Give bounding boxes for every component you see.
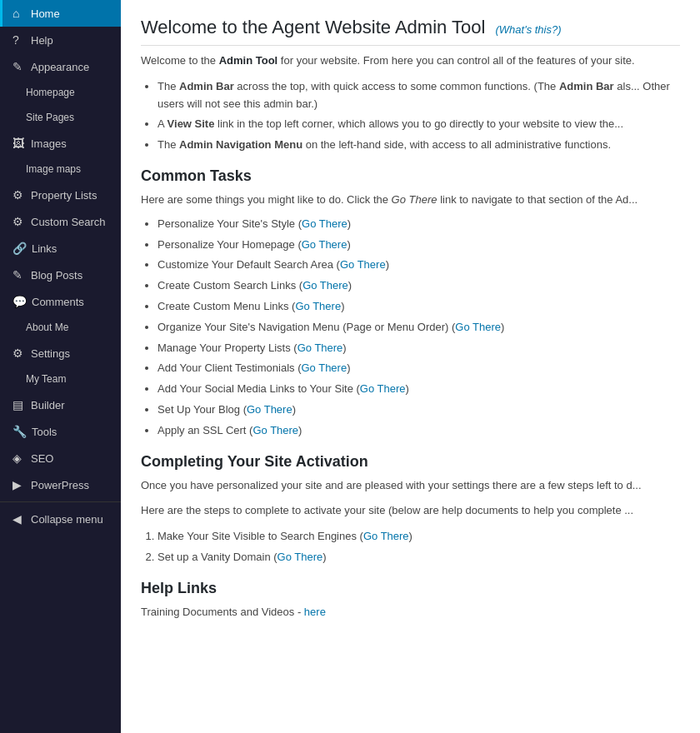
sidebar-item-links[interactable]: 🔗 Links	[0, 235, 121, 262]
sidebar-item-label: SEO	[31, 452, 53, 465]
sidebar-item-label: PowerPress	[31, 479, 89, 491]
page-title-text: Welcome to the Agent Website Admin Tool	[141, 17, 485, 37]
help-links-label: Training Documents and Videos -	[141, 606, 301, 618]
sidebar-item-home[interactable]: ⌂ Home	[0, 0, 121, 27]
sidebar-item-label: Settings	[31, 347, 70, 360]
sidebar-item-label: My Team	[26, 373, 66, 385]
task-item: Set Up Your Blog (Go There)	[158, 401, 680, 419]
task-item: Personalize Your Homepage (Go There)	[158, 237, 680, 254]
sidebar-item-label: Images	[31, 137, 67, 150]
tasks-list: Personalize Your Site's Style (Go There)…	[158, 216, 680, 440]
main-content: Welcome to the Agent Website Admin Tool …	[121, 0, 700, 733]
sidebar-item-label: Builder	[31, 399, 64, 411]
task-link[interactable]: Go There	[360, 382, 406, 395]
intro-paragraph: Welcome to the Admin Tool for your websi…	[141, 52, 680, 70]
task-link[interactable]: Go There	[455, 321, 501, 333]
sidebar-item-tools[interactable]: 🔧 Tools	[0, 418, 121, 445]
help-links-title: Help Links	[141, 580, 680, 597]
help-icon: ?	[12, 33, 26, 47]
sidebar-item-label: Image maps	[26, 163, 81, 175]
sidebar-item-builder[interactable]: ▤ Builder	[0, 391, 121, 418]
task-link[interactable]: Go There	[298, 342, 343, 354]
task-item: Create Custom Menu Links (Go There)	[158, 298, 680, 316]
sidebar-item-comments[interactable]: 💬 Comments	[0, 288, 121, 315]
task-item: Organize Your Site's Navigation Menu (Pa…	[158, 319, 680, 337]
task-item: Add Your Social Media Links to Your Site…	[158, 381, 680, 398]
sidebar-item-label: Collapse menu	[31, 513, 103, 526]
task-item: Manage Your Property Lists (Go There)	[158, 340, 680, 357]
sidebar-item-help[interactable]: ? Help	[0, 27, 121, 53]
settings-icon: ⚙	[12, 347, 26, 360]
sidebar-item-label: Custom Search	[31, 216, 106, 228]
collapse-icon: ◀	[12, 512, 26, 526]
activation-step-link[interactable]: Go There	[278, 551, 323, 563]
sidebar-item-homepage[interactable]: Homepage	[0, 80, 121, 105]
home-icon: ⌂	[12, 7, 26, 20]
powerpress-icon: ▶	[12, 478, 26, 491]
sidebar-item-powerpress[interactable]: ▶ PowerPress	[0, 471, 121, 498]
task-link[interactable]: Go There	[302, 238, 348, 251]
task-link[interactable]: Go There	[252, 424, 298, 436]
sidebar-item-label: Comments	[32, 296, 84, 308]
builder-icon: ▤	[12, 398, 26, 411]
blog-icon: ✎	[12, 268, 26, 282]
sidebar-item-label: Home	[31, 7, 60, 20]
common-tasks-intro: Here are some things you might like to d…	[141, 192, 680, 209]
sidebar: ⌂ Home ? Help ✎ Appearance Homepage Site…	[0, 0, 121, 733]
task-link[interactable]: Go There	[302, 217, 348, 230]
feature-item: The Admin Bar across the top, with quick…	[158, 78, 680, 113]
task-item: Apply an SSL Cert (Go There)	[158, 422, 680, 440]
sidebar-item-collapse[interactable]: ◀ Collapse menu	[0, 506, 121, 532]
sidebar-item-custom-search[interactable]: ⚙ Custom Search	[0, 208, 121, 235]
whats-this-link[interactable]: (What's this?)	[495, 23, 561, 36]
property-icon: ⚙	[12, 188, 26, 202]
sidebar-item-blog-posts[interactable]: ✎ Blog Posts	[0, 262, 121, 288]
task-item: Customize Your Default Search Area (Go T…	[158, 257, 680, 274]
sidebar-item-about-me[interactable]: About Me	[0, 315, 121, 340]
sidebar-item-label: Homepage	[26, 87, 75, 98]
sidebar-item-my-team[interactable]: My Team	[0, 366, 121, 391]
activation-step-link[interactable]: Go There	[363, 530, 409, 542]
sidebar-item-label: Site Pages	[26, 112, 74, 123]
task-link[interactable]: Go There	[302, 279, 348, 292]
activation-intro2: Here are the steps to complete to activa…	[141, 502, 680, 520]
comments-icon: 💬	[12, 295, 27, 308]
page-title: Welcome to the Agent Website Admin Tool …	[141, 17, 680, 46]
sidebar-item-site-pages[interactable]: Site Pages	[0, 105, 121, 130]
images-icon: 🖼	[12, 137, 26, 150]
task-link[interactable]: Go There	[301, 362, 347, 374]
task-link[interactable]: Go There	[247, 403, 292, 416]
feature-item: A View Site link in the top left corner,…	[158, 116, 680, 133]
activation-steps-list: Make Your Site Visible to Search Engines…	[158, 528, 680, 566]
task-item: Add Your Client Testimonials (Go There)	[158, 360, 680, 377]
help-link-here[interactable]: here	[304, 606, 326, 618]
activation-title: Completing Your Site Activation	[141, 453, 680, 471]
sidebar-item-property-lists[interactable]: ⚙ Property Lists	[0, 182, 121, 208]
task-link[interactable]: Go There	[295, 300, 341, 312]
activation-step: Make Your Site Visible to Search Engines…	[158, 528, 680, 546]
sidebar-item-label: Property Lists	[31, 189, 97, 202]
sidebar-item-label: Links	[32, 242, 57, 255]
feature-item: The Admin Navigation Menu on the left-ha…	[158, 137, 680, 154]
sidebar-item-label: Tools	[32, 426, 57, 438]
seo-icon: ◈	[12, 451, 26, 465]
task-item: Personalize Your Site's Style (Go There)	[158, 216, 680, 233]
sidebar-item-seo[interactable]: ◈ SEO	[0, 445, 121, 471]
sidebar-divider	[0, 501, 121, 502]
sidebar-item-appearance[interactable]: ✎ Appearance	[0, 53, 121, 80]
activation-step: Set up a Vanity Domain (Go There)	[158, 549, 680, 566]
task-item: Create Custom Search Links (Go There)	[158, 277, 680, 295]
sidebar-item-label: Appearance	[31, 61, 89, 73]
sidebar-item-label: Help	[31, 34, 53, 47]
sidebar-item-image-maps[interactable]: Image maps	[0, 157, 121, 182]
sidebar-item-settings[interactable]: ⚙ Settings	[0, 340, 121, 366]
sidebar-item-images[interactable]: 🖼 Images	[0, 130, 121, 157]
features-list: The Admin Bar across the top, with quick…	[158, 78, 680, 154]
help-links-text: Training Documents and Videos - here	[141, 604, 680, 621]
task-link[interactable]: Go There	[340, 258, 386, 271]
sidebar-item-label: About Me	[26, 322, 68, 333]
custom-search-icon: ⚙	[12, 215, 26, 228]
activation-intro1: Once you have personalized your site and…	[141, 477, 680, 495]
appearance-icon: ✎	[12, 60, 26, 73]
common-tasks-title: Common Tasks	[141, 167, 680, 185]
